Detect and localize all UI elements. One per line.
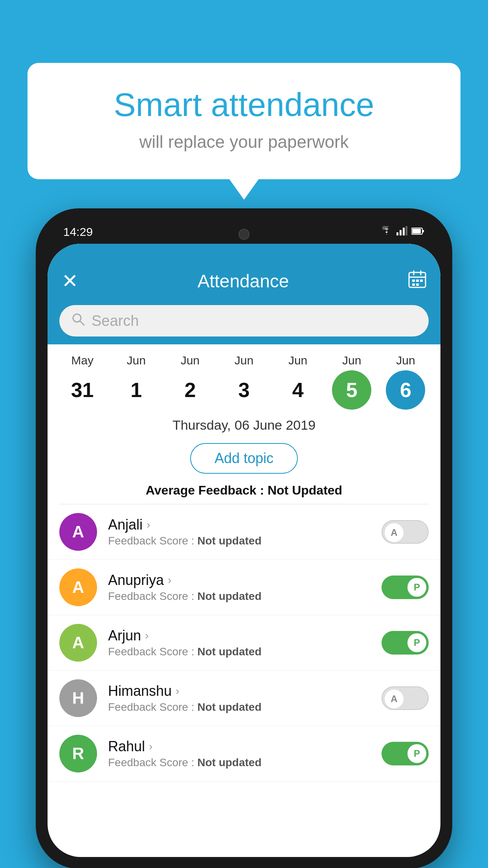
calendar-month-label: Jun (288, 354, 307, 367)
calendar-date-item[interactable]: Jun3 (218, 354, 270, 410)
student-item[interactable]: HHimanshu ›Feedback Score : Not updatedA (48, 671, 440, 726)
student-item[interactable]: RRahul ›Feedback Score : Not updatedP (48, 726, 440, 782)
calendar-month-label: Jun (342, 354, 361, 367)
student-score: Feedback Score : Not updated (108, 756, 382, 769)
calendar-day-number[interactable]: 1 (117, 370, 156, 410)
toggle-knob: P (407, 578, 426, 597)
app-bar: ✕ Attendance (48, 244, 440, 299)
svg-rect-6 (422, 230, 424, 232)
student-name: Arjun › (108, 627, 382, 644)
student-name: Himanshu › (108, 683, 382, 699)
avg-feedback: Average Feedback : Not Updated (48, 480, 440, 504)
calendar-strip: May31Jun1Jun2Jun3Jun4Jun5Jun6 (48, 344, 440, 414)
status-bar: 14:29 (59, 222, 429, 242)
calendar-day-number[interactable]: 4 (278, 370, 317, 410)
student-list: AAnjali ›Feedback Score : Not updatedAAA… (48, 504, 440, 782)
status-time: 14:29 (63, 225, 93, 239)
student-info: Rahul ›Feedback Score : Not updated (97, 738, 382, 769)
calendar-month-label: Jun (235, 354, 253, 367)
calendar-day-number[interactable]: 5 (332, 370, 371, 410)
toggle-knob: A (385, 523, 404, 542)
speech-bubble-wrapper: Smart attendance will replace your paper… (28, 63, 460, 179)
add-topic-button[interactable]: Add topic (190, 443, 298, 474)
bubble-subtitle: will replace your paperwork (59, 132, 429, 152)
chevron-icon: › (149, 740, 152, 753)
status-icons (381, 226, 425, 238)
calendar-date-item[interactable]: Jun1 (111, 354, 162, 410)
student-info: Himanshu ›Feedback Score : Not updated (97, 683, 382, 714)
calendar-day-number[interactable]: 2 (171, 370, 210, 410)
student-name: Anjali › (108, 517, 382, 533)
phone-wrapper: 14:29 (36, 208, 452, 868)
chevron-icon: › (145, 629, 149, 642)
student-item[interactable]: AArjun ›Feedback Score : Not updatedP (48, 615, 440, 671)
svg-rect-15 (416, 283, 419, 286)
svg-rect-11 (412, 280, 415, 282)
student-avatar: R (59, 735, 97, 772)
student-item[interactable]: AAnupriya ›Feedback Score : Not updatedP (48, 560, 440, 615)
student-avatar: A (59, 568, 97, 606)
calendar-date-item[interactable]: Jun4 (272, 354, 323, 410)
search-icon (71, 312, 85, 330)
chevron-icon: › (168, 574, 171, 587)
avg-feedback-prefix: Average Feedback : (146, 483, 268, 497)
student-score: Feedback Score : Not updated (108, 645, 382, 658)
calendar-date-item[interactable]: Jun2 (165, 354, 216, 410)
svg-rect-1 (400, 230, 402, 235)
attendance-toggle[interactable]: P (382, 631, 429, 655)
selected-date-label: Thursday, 06 June 2019 (48, 414, 440, 435)
svg-line-17 (80, 321, 84, 325)
calendar-month-label: Jun (396, 354, 415, 367)
calendar-date-item[interactable]: Jun5 (326, 354, 377, 410)
chevron-icon: › (176, 685, 179, 697)
student-score: Feedback Score : Not updated (108, 590, 382, 603)
search-bar[interactable]: Search (59, 305, 429, 337)
close-button[interactable]: ✕ (62, 271, 78, 291)
chevron-icon: › (147, 519, 150, 531)
battery-icon (411, 226, 425, 237)
student-info: Arjun ›Feedback Score : Not updated (97, 627, 382, 658)
phone-screen: ✕ Attendance (48, 244, 440, 857)
student-item[interactable]: AAnjali ›Feedback Score : Not updatedA (48, 504, 440, 560)
student-avatar: A (59, 513, 97, 551)
svg-rect-5 (412, 229, 421, 234)
search-container: Search (48, 299, 440, 344)
speech-bubble: Smart attendance will replace your paper… (28, 63, 460, 179)
svg-rect-3 (405, 226, 407, 235)
toggle-knob: P (407, 633, 426, 652)
svg-rect-12 (416, 280, 419, 282)
avg-feedback-value: Not Updated (268, 483, 342, 497)
wifi-icon (381, 226, 393, 238)
app-title: Attendance (78, 270, 408, 292)
calendar-month-label: May (71, 354, 94, 367)
attendance-toggle[interactable]: P (382, 742, 429, 765)
calendar-month-label: Jun (181, 354, 200, 367)
calendar-date-item[interactable]: Jun6 (380, 354, 431, 410)
attendance-toggle[interactable]: A (382, 686, 429, 710)
add-topic-container: Add topic (48, 435, 440, 480)
calendar-day-number[interactable]: 3 (224, 370, 264, 410)
student-name: Anupriya › (108, 572, 382, 588)
calendar-icon[interactable] (408, 270, 426, 292)
search-input-placeholder[interactable]: Search (92, 313, 139, 329)
student-avatar: A (59, 624, 97, 662)
calendar-month-label: Jun (127, 354, 146, 367)
svg-rect-13 (420, 280, 423, 282)
student-score: Feedback Score : Not updated (108, 535, 382, 547)
svg-rect-0 (396, 232, 398, 235)
student-info: Anjali ›Feedback Score : Not updated (97, 517, 382, 547)
student-avatar: H (59, 679, 97, 717)
bubble-title: Smart attendance (59, 86, 429, 123)
student-name: Rahul › (108, 738, 382, 755)
attendance-toggle[interactable]: P (382, 576, 429, 599)
toggle-knob: P (407, 744, 426, 763)
phone-frame: 14:29 (36, 208, 452, 868)
calendar-day-number[interactable]: 31 (63, 370, 102, 410)
student-info: Anupriya ›Feedback Score : Not updated (97, 572, 382, 603)
student-score: Feedback Score : Not updated (108, 701, 382, 714)
calendar-day-number[interactable]: 6 (386, 370, 425, 410)
attendance-toggle[interactable]: A (382, 520, 429, 544)
calendar-date-item[interactable]: May31 (57, 354, 108, 410)
svg-rect-14 (412, 283, 415, 286)
signal-icon (396, 226, 407, 238)
